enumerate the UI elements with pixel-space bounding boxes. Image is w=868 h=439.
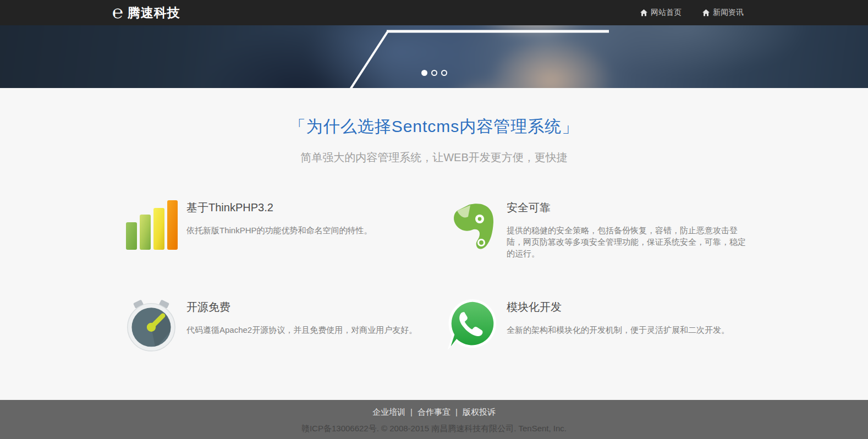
feature-opensource: 开源免费 代码遵循Apache2开源协议，并且免费使用，对商业用户友好。 bbox=[120, 299, 427, 352]
nav-item-news[interactable]: 新闻资讯 bbox=[702, 8, 744, 18]
feature-security: 安全可靠 提供的稳健的安全策略，包括备份恢复，容错，防止恶意攻击登陆，网页防篡改… bbox=[441, 199, 748, 259]
whatsapp-icon bbox=[445, 299, 498, 352]
footer-link-copyright-complaint[interactable]: 版权投诉 bbox=[463, 407, 496, 416]
feature-desc: 提供的稳健的安全策略，包括备份恢复，容错，防止恶意攻击登陆，网页防篡改等多项安全… bbox=[507, 224, 748, 259]
footer-separator: | bbox=[455, 407, 458, 416]
feature-title: 开源免费 bbox=[186, 300, 417, 315]
carousel-dots bbox=[0, 70, 868, 76]
nav-item-home[interactable]: 网站首页 bbox=[640, 8, 682, 18]
copyright-text: 赣ICP备13006622号. © 2008-2015 南昌腾速科技有限公司. … bbox=[0, 424, 868, 434]
bar-chart-icon bbox=[125, 199, 178, 252]
brand-e-icon: ℮ bbox=[112, 3, 123, 21]
stopwatch-icon bbox=[125, 299, 178, 352]
home-icon bbox=[702, 9, 710, 17]
nav-item-label: 新闻资讯 bbox=[713, 8, 744, 18]
nav-item-label: 网站首页 bbox=[651, 8, 682, 18]
hero-carousel bbox=[0, 25, 868, 88]
brand-name: 腾速科技 bbox=[128, 4, 180, 21]
feature-modular: 模块化开发 全新的架构和模块化的开发机制，便于灵活扩展和二次开发。 bbox=[441, 299, 748, 352]
footer-links: 企业培训|合作事宜|版权投诉 bbox=[0, 407, 868, 418]
main-section: 「为什么选择Sentcms内容管理系统」 简单强大的内容管理系统，让WEB开发更… bbox=[0, 88, 868, 400]
page-footer: 企业培训|合作事宜|版权投诉 赣ICP备13006622号. © 2008-20… bbox=[0, 400, 868, 439]
footer-link-cooperation[interactable]: 合作事宜 bbox=[417, 407, 451, 416]
home-icon bbox=[640, 9, 647, 17]
top-header: ℮ 腾速科技 网站首页 新闻资讯 bbox=[0, 0, 868, 25]
feature-title: 模块化开发 bbox=[507, 300, 729, 315]
feature-desc: 全新的架构和模块化的开发机制，便于灵活扩展和二次开发。 bbox=[507, 324, 729, 336]
carousel-dot[interactable] bbox=[421, 70, 427, 76]
footer-link-training[interactable]: 企业培训 bbox=[372, 407, 405, 416]
feature-title: 安全可靠 bbox=[507, 200, 748, 215]
section-subtitle: 简单强大的内容管理系统，让WEB开发更方便，更快捷 bbox=[0, 150, 868, 165]
features-grid: 基于ThinkPHP3.2 依托新版ThinkPHP的功能优势和命名空间的特性。… bbox=[120, 199, 748, 352]
carousel-dot[interactable] bbox=[431, 70, 437, 76]
hero-image bbox=[0, 25, 868, 88]
feature-title: 基于ThinkPHP3.2 bbox=[186, 200, 372, 215]
section-title: 「为什么选择Sentcms内容管理系统」 bbox=[0, 116, 868, 138]
feature-desc: 依托新版ThinkPHP的功能优势和命名空间的特性。 bbox=[186, 224, 372, 236]
evernote-elephant-icon bbox=[445, 199, 498, 252]
footer-separator: | bbox=[410, 407, 413, 416]
feature-thinkphp: 基于ThinkPHP3.2 依托新版ThinkPHP的功能优势和命名空间的特性。 bbox=[120, 199, 427, 259]
feature-desc: 代码遵循Apache2开源协议，并且免费使用，对商业用户友好。 bbox=[186, 324, 417, 336]
carousel-dot[interactable] bbox=[441, 70, 447, 76]
brand-logo[interactable]: ℮ 腾速科技 bbox=[112, 4, 180, 22]
top-nav: 网站首页 新闻资讯 bbox=[619, 8, 744, 18]
